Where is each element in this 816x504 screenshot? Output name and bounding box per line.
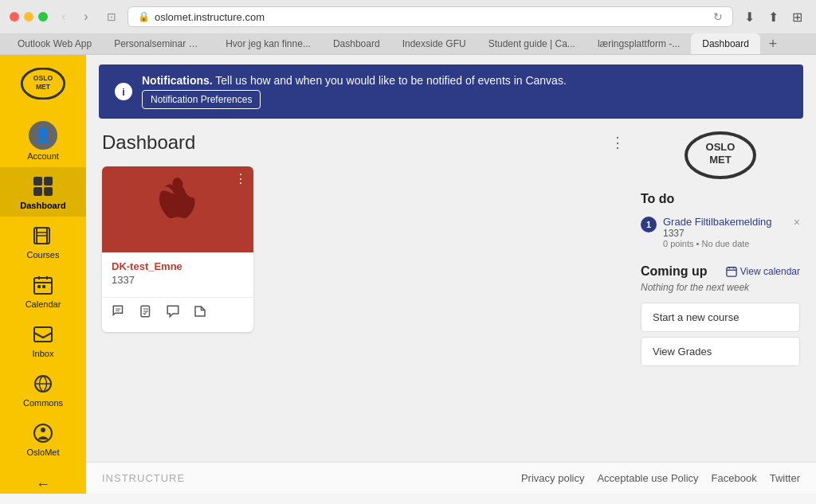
minimize-traffic-light[interactable] xyxy=(24,12,33,21)
notification-preferences-button[interactable]: Notification Preferences xyxy=(142,90,261,109)
browser-tabs: Outlook Web App Personalseminar 20... Hv… xyxy=(0,33,816,54)
dashboard-header: Dashboard ⋮ xyxy=(102,131,625,154)
sidebar-item-calendar[interactable]: Calendar xyxy=(0,266,86,315)
svg-rect-16 xyxy=(42,285,45,288)
dashboard-menu-button[interactable]: ⋮ xyxy=(610,134,625,151)
course-card-name[interactable]: DK-test_Emne xyxy=(112,260,244,272)
svg-rect-5 xyxy=(33,187,42,196)
footer-facebook-link[interactable]: Facebook xyxy=(712,472,757,484)
lock-icon: 🔒 xyxy=(138,11,150,22)
sidebar-item-courses[interactable]: Courses xyxy=(0,217,86,266)
view-grades-button[interactable]: View Grades xyxy=(641,337,800,366)
sidebar-item-inbox-label: Inbox xyxy=(33,349,54,358)
files-icon[interactable] xyxy=(193,304,207,322)
back-button[interactable]: ‹ xyxy=(54,7,73,26)
tab-studentguide[interactable]: Student guide | Ca... xyxy=(477,33,586,54)
url-text: oslomet.instructure.com xyxy=(155,11,265,23)
coming-up-section: Coming up View calendar Nothing for the … xyxy=(641,264,800,293)
sidebar-item-calendar-label: Calendar xyxy=(26,299,61,309)
address-bar[interactable]: 🔒 oslomet.instructure.com ↻ xyxy=(128,6,733,27)
app: OSLO MET 👤 Account Dashboard Courses xyxy=(0,55,816,494)
course-card-menu-button[interactable]: ⋮ xyxy=(234,171,247,186)
reader-view-button[interactable]: ⊡ xyxy=(102,7,121,26)
discussions-icon[interactable] xyxy=(166,304,180,322)
page-title: Dashboard xyxy=(102,131,195,154)
footer: INSTRUCTURE Privacy policy Acceptable us… xyxy=(86,462,816,494)
footer-brand: INSTRUCTURE xyxy=(102,472,185,484)
course-card-image[interactable]: ⋮ xyxy=(102,166,253,252)
todo-badge: 1 xyxy=(641,217,657,232)
todo-item-link[interactable]: Grade Filtilbakemelding xyxy=(663,216,787,228)
sidebar-item-inbox[interactable]: Inbox xyxy=(0,315,86,365)
nothing-text: Nothing for the next week xyxy=(641,282,800,293)
course-card-info: DK-test_Emne 1337 xyxy=(102,252,253,294)
todo-close-button[interactable]: × xyxy=(794,216,800,229)
courses-icon xyxy=(30,223,56,248)
todo-section: To do 1 Grade Filtilbakemelding 1337 0 p… xyxy=(641,192,800,252)
download-button[interactable]: ⬇ xyxy=(740,7,759,26)
dashboard-right: OSLO MET To do 1 Grade Filtilbakemelding… xyxy=(641,131,800,449)
share-button[interactable]: ⬆ xyxy=(763,7,783,26)
sidebar-collapse-button[interactable]: ← xyxy=(29,470,57,499)
notification-text: Notifications. Tell us how and when you … xyxy=(142,74,567,87)
course-card-apple-logo xyxy=(146,178,210,241)
traffic-lights xyxy=(10,12,48,21)
sidebar-item-courses-label: Courses xyxy=(27,250,60,260)
commons-icon xyxy=(30,371,56,397)
footer-twitter-link[interactable]: Twitter xyxy=(770,472,800,484)
start-new-course-button[interactable]: Start a new course xyxy=(641,303,800,332)
sidebar-item-account[interactable]: 👤 Account xyxy=(0,115,86,167)
oslomet-icon xyxy=(30,420,56,446)
course-card: ⋮ DK-test_Emne 1337 xyxy=(102,166,253,332)
new-tab-button[interactable]: + xyxy=(763,34,783,53)
todo-item-points: 0 points • No due date xyxy=(663,239,787,248)
dashboard-icon xyxy=(30,174,56,199)
svg-point-21 xyxy=(41,428,45,432)
coming-up-title: Coming up xyxy=(641,264,708,279)
close-traffic-light[interactable] xyxy=(10,12,19,21)
tab-dashboard-active[interactable]: Dashboard xyxy=(691,33,760,54)
sidebar-item-commons[interactable]: Commons xyxy=(0,365,86,414)
svg-text:OSLO: OSLO xyxy=(706,141,736,153)
forward-button[interactable]: › xyxy=(76,7,96,26)
sidebar-item-dashboard[interactable]: Dashboard xyxy=(0,167,86,217)
course-card-actions xyxy=(102,297,253,332)
footer-acceptable-link[interactable]: Acceptable use Policy xyxy=(597,472,698,484)
tab-personalseminar[interactable]: Personalseminar 20... xyxy=(103,33,214,54)
sidebar-item-commons-label: Commons xyxy=(23,398,63,408)
svg-rect-3 xyxy=(33,177,42,186)
notification-description: Tell us how and when you would like to b… xyxy=(215,74,567,87)
svg-text:OSLO: OSLO xyxy=(33,74,53,82)
todo-header: To do xyxy=(641,192,800,206)
svg-text:MET: MET xyxy=(36,83,51,91)
new-tab-icon-button[interactable]: ⊞ xyxy=(787,7,806,26)
sidebar-item-dashboard-label: Dashboard xyxy=(20,201,65,210)
maximize-traffic-light[interactable] xyxy=(38,12,48,21)
sidebar-item-oslomet[interactable]: OsloMet xyxy=(0,414,86,463)
tab-outlook[interactable]: Outlook Web App xyxy=(6,33,103,54)
notification-bold: Notifications. xyxy=(142,74,213,87)
browser-chrome: ‹ › ⊡ 🔒 oslomet.instructure.com ↻ ⬇ ⬆ ⊞ … xyxy=(0,0,816,55)
footer-links: Privacy policy Acceptable use Policy Fac… xyxy=(521,472,800,484)
svg-rect-4 xyxy=(44,177,53,186)
course-card-code: 1337 xyxy=(112,274,244,286)
view-calendar-link[interactable]: View calendar xyxy=(726,266,800,277)
tab-hvor[interactable]: Hvor jeg kan finne... xyxy=(214,33,322,54)
dashboard-left: Dashboard ⋮ ⋮ xyxy=(102,131,625,449)
svg-rect-31 xyxy=(727,268,736,276)
notification-bar: i Notifications. Tell us how and when yo… xyxy=(99,64,803,119)
assignments-icon[interactable] xyxy=(139,304,153,322)
todo-item: 1 Grade Filtilbakemelding 1337 0 points … xyxy=(641,213,800,252)
reload-icon[interactable]: ↻ xyxy=(713,10,723,23)
dashboard-body: Dashboard ⋮ ⋮ xyxy=(86,119,816,462)
sidebar: OSLO MET 👤 Account Dashboard Courses xyxy=(0,55,86,494)
tab-laeringsplattform[interactable]: læringsplattform -... xyxy=(586,33,691,54)
calendar-icon xyxy=(30,272,56,298)
sidebar-bottom: ← xyxy=(23,463,63,504)
announcements-icon[interactable] xyxy=(112,304,126,322)
notification-info-icon: i xyxy=(115,83,132,100)
tab-indexside[interactable]: Indexside GFU xyxy=(391,33,477,54)
sidebar-item-oslomet-label: OsloMet xyxy=(27,447,60,457)
footer-privacy-link[interactable]: Privacy policy xyxy=(521,472,584,484)
tab-dashboard1[interactable]: Dashboard xyxy=(322,33,391,54)
